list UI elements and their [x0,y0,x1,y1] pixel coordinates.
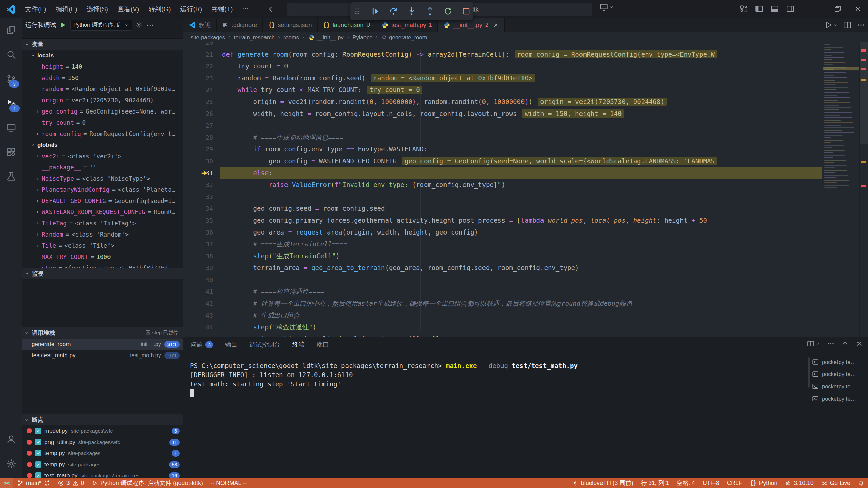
more-actions-button[interactable] [856,21,865,29]
breakpoint-row[interactable]: model.pysite-packages\wfc6 [22,425,183,436]
variable-row[interactable]: PlanetaryWindConfig=<class 'Planeta… [22,184,183,195]
gitlens-blame[interactable]: blueloveTH (3 周前) [568,478,637,488]
variable-row[interactable]: vec2i=<class 'vec2i'> [22,150,183,162]
menu-item[interactable]: 查看(V) [113,3,144,16]
tab-.gdignore[interactable]: .gdignore [217,18,263,32]
minimap[interactable] [823,42,860,337]
variable-row[interactable]: random=<Random object at 0x1bf9d01e… [22,83,183,95]
overview-ruler[interactable] [859,42,868,337]
variable-row[interactable]: DEFAULT_GEO_CONFIG=GeoConfig(seed=1… [22,195,183,206]
menu-item[interactable]: 文件(F) [20,3,51,16]
code-editor[interactable]: 2021def generate_room(room_config: RoomR… [183,42,868,337]
panel-tab-终端[interactable]: 终端 [292,337,304,352]
activity-testing-icon[interactable] [0,164,22,189]
menu-item[interactable]: 转到(G) [144,3,175,16]
variable-row[interactable]: room_config=RoomRequestConfig(env_t… [22,128,183,139]
variable-row[interactable]: stop=<function stop at 0x1bf8d716d [22,262,183,268]
breadcrumb-item[interactable]: generate_room [381,34,427,41]
close-tab-icon[interactable] [493,22,499,28]
menu-item[interactable]: ··· [237,3,253,16]
panel-tab-调试控制台[interactable]: 调试控制台 [250,337,280,352]
variable-row[interactable]: MAX_TRY_COUNT=1000 [22,251,183,262]
menu-item[interactable]: 编辑(E) [51,3,82,16]
terminal-output[interactable]: PS C:\computer_science\godot-ldtk\site-p… [190,361,809,398]
scope-locals[interactable]: locals [22,50,183,61]
breakpoint-row[interactable]: temp.pysite-packages58 [22,459,183,470]
language-mode[interactable]: {}Python [746,478,781,488]
start-debugging-icon[interactable] [59,21,67,29]
variable-row[interactable]: NoiseType=<class 'NoiseType'> [22,173,183,184]
variable-row[interactable]: Random=<class 'Random'> [22,229,183,240]
minimize-button[interactable] [807,0,827,18]
remote-indicator[interactable]: >< [0,478,13,488]
breadcrumb-item[interactable]: terrain_research [234,34,275,41]
toggle-secondary-sidebar-icon[interactable] [784,2,797,15]
watch-section-header[interactable]: 监视 [22,268,183,279]
screencast-control[interactable] [599,3,614,12]
breadcrumb-item[interactable]: __init__.py [308,34,344,41]
breadcrumb-item[interactable]: site-packages [191,34,225,41]
cursor-position[interactable]: 行 31, 列 1 [637,478,673,488]
step-into-button[interactable] [405,4,418,18]
stack-frame[interactable]: generate_room__init__.py31:1 [22,339,183,350]
close-panel-icon[interactable] [855,340,863,348]
activity-remote-explorer-icon[interactable] [0,116,22,140]
debug-config-dropdown[interactable]: Python 调试程序: 启 [70,20,132,30]
tab-欢迎[interactable]: 欢迎 [183,18,217,32]
stack-frame[interactable]: test/test_math.pytest_math.py16:1 [22,350,183,361]
menu-item[interactable]: 运行(R) [176,3,207,16]
step-over-button[interactable] [387,4,400,18]
variable-row[interactable]: width=150 [22,72,183,83]
maximize-panel-icon[interactable] [841,340,849,348]
go-live[interactable]: Go Live [817,478,854,488]
variable-row[interactable]: geo_config=GeoConfig(seed=None, wor… [22,106,183,117]
variable-row[interactable]: TileTag=<class 'TileTag'> [22,218,183,229]
activity-search-icon[interactable] [0,42,22,67]
breadcrumb-item[interactable]: rooms [283,34,299,41]
restore-button[interactable] [827,0,848,18]
menu-item[interactable]: 选择(S) [82,3,113,16]
activity-accounts-icon[interactable] [0,427,22,451]
panel-tab-端口[interactable]: 端口 [317,337,329,352]
debug-config[interactable]: Python 调试程序: 启动文件 (godot-ldtk) [88,478,206,488]
split-editor-button[interactable] [843,21,852,29]
vim-mode[interactable]: -- NORMAL -- [207,478,251,488]
drag-handle[interactable] [350,4,364,18]
breakpoints-section-header[interactable]: 断点 [22,414,183,425]
panel-more-icon[interactable] [827,340,835,348]
customize-layout-icon[interactable] [737,2,750,15]
run-python-file-button[interactable] [824,21,838,29]
breakpoint-row[interactable]: png_utils.pysite-packages\wfc11 [22,436,183,448]
more-actions-icon[interactable] [146,21,154,29]
activity-explorer-icon[interactable] [0,18,22,42]
breakpoint-row[interactable]: test_math.pysite-packages\terrain_res…16 [22,470,183,478]
restart-button[interactable] [441,4,455,18]
breadcrumb-item[interactable]: Pylance [353,34,373,41]
terminal-instance[interactable]: pocketpy te… [810,380,867,392]
activity-source-control-icon[interactable]: 3 [0,67,22,91]
variable-row[interactable]: height=140 [22,61,183,72]
activity-extensions-icon[interactable] [0,140,22,164]
encoding[interactable]: UTF-8 [699,478,723,488]
eol[interactable]: CRLF [723,478,746,488]
close-window-button[interactable] [848,0,868,18]
variable-row[interactable]: origin=vec2i(7205730, 9024468) [22,95,183,106]
problems[interactable]: 30 [54,478,88,488]
activity-manage-icon[interactable] [0,451,22,476]
panel-tab-问题[interactable]: 问题3 [191,337,213,352]
callstack-section-header[interactable]: 调用堆栈 因 step 已暂停 [22,327,183,339]
activity-run-and-debug-icon[interactable]: 1 [0,91,22,116]
variable-row[interactable]: __package__='' [22,162,183,173]
step-out-button[interactable] [423,4,437,18]
toggle-panel-icon[interactable] [768,2,781,15]
scope-globals[interactable]: globals [22,139,183,150]
variable-row[interactable]: try_count=0 [22,117,183,128]
variable-row[interactable]: Tile=<class 'Tile'> [22,240,183,251]
gear-icon[interactable] [135,21,143,29]
variables-section-header[interactable]: 变量 [22,38,183,50]
back-icon[interactable] [265,3,278,16]
stop-button[interactable] [459,4,473,18]
python-interpreter[interactable]: 3.10.10 [781,478,817,488]
toggle-sidebar-icon[interactable] [753,2,766,15]
menu-item[interactable]: 终端(T) [207,3,237,16]
